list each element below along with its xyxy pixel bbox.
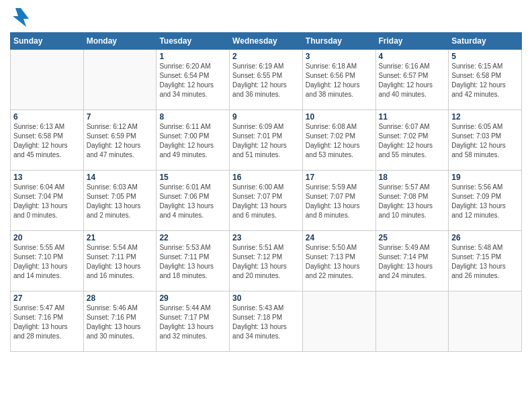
day-number: 22	[159, 233, 226, 242]
calendar-cell: 4Sunrise: 6:16 AMSunset: 6:57 PMDaylight…	[375, 50, 449, 110]
day-number: 24	[306, 233, 373, 242]
day-info: Sunrise: 6:16 AMSunset: 6:57 PMDaylight:…	[379, 62, 446, 99]
calendar-cell: 19Sunrise: 5:56 AMSunset: 7:09 PMDayligh…	[449, 171, 522, 231]
calendar-cell: 14Sunrise: 6:03 AMSunset: 7:05 PMDayligh…	[83, 171, 157, 231]
day-number: 28	[87, 293, 154, 303]
day-number: 29	[159, 293, 226, 303]
day-info: Sunrise: 6:04 AMSunset: 7:04 PMDaylight:…	[13, 183, 81, 220]
calendar-cell: 25Sunrise: 5:49 AMSunset: 7:14 PMDayligh…	[375, 231, 449, 291]
calendar-cell: 18Sunrise: 5:57 AMSunset: 7:08 PMDayligh…	[375, 171, 449, 231]
day-info: Sunrise: 5:55 AMSunset: 7:10 PMDaylight:…	[13, 243, 81, 281]
day-info: Sunrise: 6:11 AMSunset: 7:00 PMDaylight:…	[159, 122, 226, 160]
calendar-cell	[11, 50, 84, 110]
calendar-cell: 29Sunrise: 5:44 AMSunset: 7:17 PMDayligh…	[157, 291, 230, 352]
calendar-cell: 6Sunrise: 6:13 AMSunset: 6:58 PMDaylight…	[11, 110, 84, 171]
header	[10, 7, 522, 28]
day-info: Sunrise: 6:12 AMSunset: 6:59 PMDaylight:…	[87, 122, 154, 160]
day-number: 1	[159, 52, 226, 61]
weekday-header-monday: Monday	[83, 33, 157, 50]
day-number: 14	[87, 173, 154, 182]
day-info: Sunrise: 6:18 AMSunset: 6:56 PMDaylight:…	[306, 62, 373, 99]
weekday-header-saturday: Saturday	[449, 33, 522, 50]
logo	[10, 7, 34, 28]
calendar-cell: 12Sunrise: 6:05 AMSunset: 7:03 PMDayligh…	[449, 110, 522, 171]
weekday-header-wednesday: Wednesday	[230, 33, 303, 50]
calendar-cell: 20Sunrise: 5:55 AMSunset: 7:10 PMDayligh…	[11, 231, 84, 291]
calendar-cell	[83, 50, 157, 110]
day-info: Sunrise: 6:13 AMSunset: 6:58 PMDaylight:…	[13, 122, 81, 160]
day-info: Sunrise: 5:54 AMSunset: 7:11 PMDaylight:…	[87, 243, 154, 281]
calendar-cell	[449, 291, 522, 352]
calendar-cell: 17Sunrise: 5:59 AMSunset: 7:07 PMDayligh…	[302, 171, 375, 231]
day-info: Sunrise: 6:15 AMSunset: 6:58 PMDaylight:…	[451, 62, 519, 99]
day-number: 9	[232, 112, 300, 122]
calendar-cell: 11Sunrise: 6:07 AMSunset: 7:02 PMDayligh…	[375, 110, 449, 171]
calendar-cell: 27Sunrise: 5:47 AMSunset: 7:16 PMDayligh…	[11, 291, 84, 352]
calendar-cell: 7Sunrise: 6:12 AMSunset: 6:59 PMDaylight…	[83, 110, 157, 171]
calendar-cell: 8Sunrise: 6:11 AMSunset: 7:00 PMDaylight…	[157, 110, 230, 171]
day-number: 5	[451, 52, 519, 61]
day-info: Sunrise: 5:48 AMSunset: 7:15 PMDaylight:…	[451, 243, 519, 281]
calendar-cell: 15Sunrise: 6:01 AMSunset: 7:06 PMDayligh…	[157, 171, 230, 231]
calendar-table: SundayMondayTuesdayWednesdayThursdayFrid…	[10, 32, 522, 352]
calendar-cell: 23Sunrise: 5:51 AMSunset: 7:12 PMDayligh…	[230, 231, 303, 291]
calendar-cell: 30Sunrise: 5:43 AMSunset: 7:18 PMDayligh…	[230, 291, 303, 352]
day-info: Sunrise: 6:00 AMSunset: 7:07 PMDaylight:…	[232, 183, 300, 220]
day-number: 27	[13, 293, 81, 303]
day-number: 15	[159, 173, 226, 182]
day-number: 21	[87, 233, 154, 242]
weekday-header-sunday: Sunday	[11, 33, 84, 50]
day-info: Sunrise: 6:09 AMSunset: 7:01 PMDaylight:…	[232, 122, 300, 160]
day-info: Sunrise: 5:43 AMSunset: 7:18 PMDaylight:…	[232, 304, 300, 341]
day-info: Sunrise: 6:03 AMSunset: 7:05 PMDaylight:…	[87, 183, 154, 220]
calendar-cell: 5Sunrise: 6:15 AMSunset: 6:58 PMDaylight…	[449, 50, 522, 110]
day-number: 10	[306, 112, 373, 122]
day-info: Sunrise: 5:53 AMSunset: 7:11 PMDaylight:…	[159, 243, 226, 281]
day-number: 3	[306, 52, 373, 61]
day-info: Sunrise: 6:07 AMSunset: 7:02 PMDaylight:…	[379, 122, 446, 160]
calendar-cell: 9Sunrise: 6:09 AMSunset: 7:01 PMDaylight…	[230, 110, 303, 171]
svg-marker-0	[13, 8, 29, 27]
day-info: Sunrise: 5:56 AMSunset: 7:09 PMDaylight:…	[451, 183, 519, 220]
day-info: Sunrise: 6:01 AMSunset: 7:06 PMDaylight:…	[159, 183, 226, 220]
day-info: Sunrise: 5:50 AMSunset: 7:13 PMDaylight:…	[306, 243, 373, 281]
day-number: 2	[232, 52, 300, 61]
day-number: 16	[232, 173, 300, 182]
calendar-cell: 1Sunrise: 6:20 AMSunset: 6:54 PMDaylight…	[157, 50, 230, 110]
day-info: Sunrise: 6:20 AMSunset: 6:54 PMDaylight:…	[159, 62, 226, 99]
day-number: 19	[451, 173, 519, 182]
day-number: 18	[379, 173, 446, 182]
calendar-cell: 2Sunrise: 6:19 AMSunset: 6:55 PMDaylight…	[230, 50, 303, 110]
day-number: 7	[87, 112, 154, 122]
day-info: Sunrise: 5:59 AMSunset: 7:07 PMDaylight:…	[306, 183, 373, 220]
day-number: 6	[13, 112, 81, 122]
day-number: 13	[13, 173, 81, 182]
day-info: Sunrise: 5:49 AMSunset: 7:14 PMDaylight:…	[379, 243, 446, 281]
day-number: 26	[451, 233, 519, 242]
weekday-header-friday: Friday	[375, 33, 449, 50]
calendar-cell	[302, 291, 375, 352]
day-number: 23	[232, 233, 300, 242]
calendar-cell: 16Sunrise: 6:00 AMSunset: 7:07 PMDayligh…	[230, 171, 303, 231]
calendar-cell: 24Sunrise: 5:50 AMSunset: 7:13 PMDayligh…	[302, 231, 375, 291]
day-number: 17	[306, 173, 373, 182]
day-number: 11	[379, 112, 446, 122]
calendar-cell: 21Sunrise: 5:54 AMSunset: 7:11 PMDayligh…	[83, 231, 157, 291]
day-info: Sunrise: 5:47 AMSunset: 7:16 PMDaylight:…	[13, 304, 81, 341]
day-number: 4	[379, 52, 446, 61]
day-number: 12	[451, 112, 519, 122]
calendar-cell	[375, 291, 449, 352]
day-info: Sunrise: 5:57 AMSunset: 7:08 PMDaylight:…	[379, 183, 446, 220]
day-info: Sunrise: 5:46 AMSunset: 7:16 PMDaylight:…	[87, 304, 154, 341]
day-info: Sunrise: 6:08 AMSunset: 7:02 PMDaylight:…	[306, 122, 373, 160]
day-info: Sunrise: 5:44 AMSunset: 7:17 PMDaylight:…	[159, 304, 226, 341]
logo-icon	[10, 7, 32, 28]
calendar-cell: 3Sunrise: 6:18 AMSunset: 6:56 PMDaylight…	[302, 50, 375, 110]
calendar-cell: 28Sunrise: 5:46 AMSunset: 7:16 PMDayligh…	[83, 291, 157, 352]
weekday-header-tuesday: Tuesday	[157, 33, 230, 50]
day-info: Sunrise: 6:05 AMSunset: 7:03 PMDaylight:…	[451, 122, 519, 160]
calendar-cell: 26Sunrise: 5:48 AMSunset: 7:15 PMDayligh…	[449, 231, 522, 291]
day-info: Sunrise: 5:51 AMSunset: 7:12 PMDaylight:…	[232, 243, 300, 281]
calendar-cell: 22Sunrise: 5:53 AMSunset: 7:11 PMDayligh…	[157, 231, 230, 291]
day-number: 20	[13, 233, 81, 242]
